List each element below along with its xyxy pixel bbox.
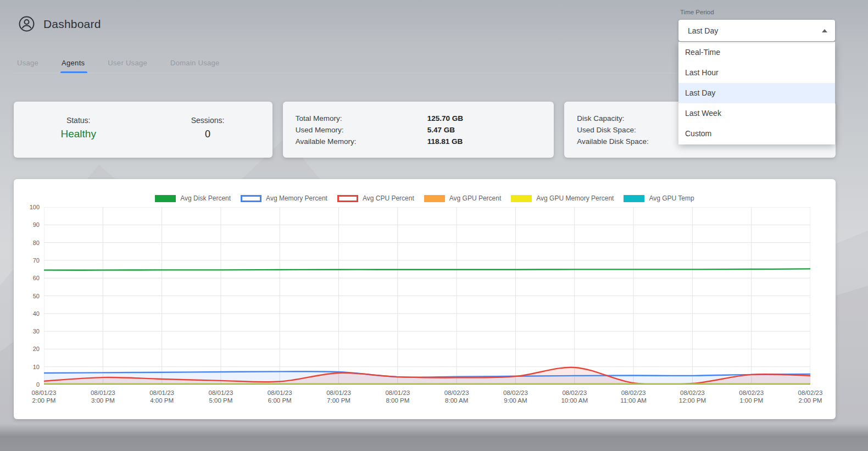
status-column: Status: Healthy [14,116,143,158]
tab-usage[interactable]: Usage [17,52,38,73]
x-tick-label: 08/01/233:00 PM [91,389,115,404]
legend-item[interactable]: Avg GPU Memory Percent [511,194,614,202]
legend-item[interactable]: Avg GPU Temp [624,194,694,202]
x-tick-label: 08/01/235:00 PM [209,389,233,404]
chart-plot-svg [44,207,810,385]
legend-swatch [624,195,644,202]
usage-chart-card: Avg Disk Percent Avg Memory Percent Avg … [14,179,836,419]
legend-label: Avg CPU Percent [363,194,414,202]
menu-item-last-day[interactable]: Last Day [678,83,835,103]
chart-legend: Avg Disk Percent Avg Memory Percent Avg … [14,194,836,202]
legend-swatch [337,195,358,202]
x-tick-label: 08/02/238:00 AM [444,389,469,404]
total-memory-value: 125.70 GB [427,114,554,123]
y-axis-labels: 0102030405060708090100 [14,207,40,385]
legend-label: Avg GPU Percent [449,194,502,202]
used-memory-label: Used Memory: [296,126,427,134]
tab-bar: Usage Agents User Usage Domain Usage [17,52,220,73]
y-tick-label: 60 [33,275,40,281]
chart-plot-area [44,207,810,385]
header: Dashboard [18,15,101,32]
x-tick-label: 08/02/2311:00 AM [620,389,647,404]
menu-item-last-hour[interactable]: Last Hour [678,63,835,83]
y-tick-label: 70 [33,257,40,264]
used-memory-value: 5.47 GB [427,126,554,134]
menu-item-custom[interactable]: Custom [678,124,835,144]
legend-swatch [511,195,532,202]
sessions-column: Sessions: 0 [143,116,272,158]
y-tick-label: 20 [33,346,40,352]
legend-label: Avg GPU Temp [649,194,694,202]
status-value: Healthy [14,128,143,140]
y-tick-label: 0 [36,381,40,388]
y-tick-label: 40 [33,310,40,317]
legend-label: Avg Memory Percent [266,194,327,202]
y-tick-label: 10 [33,364,40,370]
time-period-select[interactable]: Last Day [678,20,835,41]
memory-row-available: Available Memory: 118.81 GB [296,136,554,147]
available-memory-label: Available Memory: [296,137,427,146]
x-tick-label: 08/02/231:00 PM [739,389,764,404]
x-tick-label: 08/01/234:00 PM [149,389,174,404]
menu-item-last-week[interactable]: Last Week [678,103,835,124]
sessions-value: 0 [143,129,272,140]
legend-item[interactable]: Avg GPU Percent [424,194,502,202]
x-tick-label: 08/02/232:00 PM [798,389,823,404]
legend-label: Avg Disk Percent [180,194,231,202]
y-tick-label: 80 [33,240,40,246]
total-memory-label: Total Memory: [296,114,427,123]
y-tick-label: 50 [33,293,40,299]
time-period-label: Time Period [680,9,714,15]
legend-swatch [424,195,445,202]
memory-card: Total Memory: 125.70 GB Used Memory: 5.4… [283,102,554,158]
time-period-menu: Real-Time Last Hour Last Day Last Week C… [678,42,835,144]
y-tick-label: 30 [33,328,40,335]
legend-swatch [241,195,261,202]
x-tick-label: 08/02/2312:00 PM [679,389,706,404]
status-label: Status: [14,116,143,125]
legend-item[interactable]: Avg Disk Percent [155,194,231,202]
sessions-label: Sessions: [143,116,272,125]
memory-row-used: Used Memory: 5.47 GB [296,124,554,136]
x-axis-labels: 08/01/232:00 PM08/01/233:00 PM08/01/234:… [44,389,810,405]
x-tick-label: 08/01/236:00 PM [268,389,292,404]
legend-item[interactable]: Avg CPU Percent [337,194,414,202]
tab-agents[interactable]: Agents [62,52,85,73]
legend-item[interactable]: Avg Memory Percent [241,194,327,202]
x-tick-label: 08/02/2310:00 AM [561,389,588,404]
available-memory-value: 118.81 GB [427,137,554,146]
chevron-up-icon [822,29,827,32]
legend-label: Avg GPU Memory Percent [536,194,614,202]
y-tick-label: 100 [30,204,40,210]
status-card: Status: Healthy Sessions: 0 [14,102,272,158]
user-avatar-icon[interactable] [18,15,35,32]
menu-item-real-time[interactable]: Real-Time [678,42,835,63]
memory-row-total: Total Memory: 125.70 GB [296,113,554,124]
legend-swatch [155,195,176,202]
x-tick-label: 08/01/238:00 PM [385,389,410,404]
dashboard-page: Dashboard Time Period Last Day Real-Time… [0,0,868,451]
page-title: Dashboard [43,18,101,31]
time-period-selected-value: Last Day [688,26,822,35]
tab-user-usage[interactable]: User Usage [108,52,147,73]
y-tick-label: 90 [33,221,40,228]
tab-domain-usage[interactable]: Domain Usage [170,52,220,73]
x-tick-label: 08/02/239:00 AM [503,389,528,404]
x-tick-label: 08/01/237:00 PM [326,389,351,404]
x-tick-label: 08/01/232:00 PM [32,389,57,404]
